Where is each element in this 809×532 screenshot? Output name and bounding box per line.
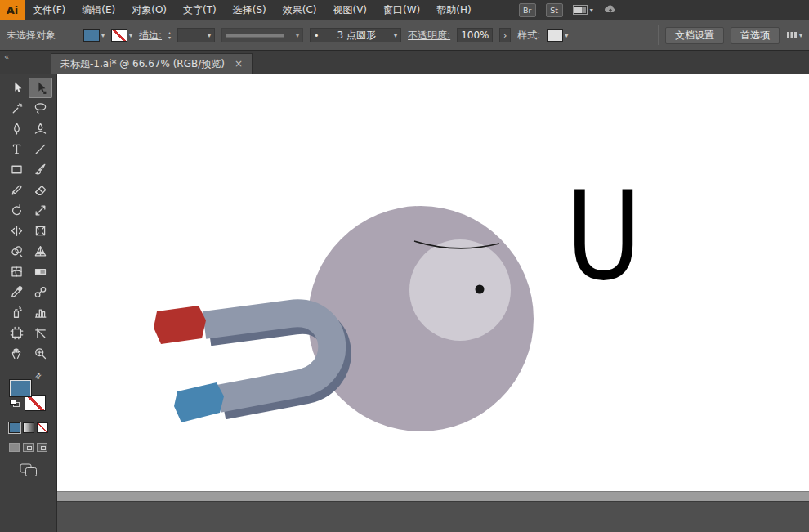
pen-tool[interactable]: [5, 118, 29, 139]
opacity-label[interactable]: 不透明度:: [408, 29, 450, 42]
menubar-right-group: Br St ▾: [519, 3, 618, 17]
none-button[interactable]: [37, 422, 48, 433]
fill-color-control[interactable]: ▾: [83, 29, 105, 42]
stroke-none-swatch[interactable]: [111, 29, 127, 42]
stock-button[interactable]: St: [546, 3, 563, 17]
zoom-tool[interactable]: [29, 343, 52, 364]
fill-swatch[interactable]: [83, 29, 100, 42]
shape-builder-tool[interactable]: [5, 241, 29, 262]
curvature-tool[interactable]: [29, 118, 52, 139]
chevron-down-icon: ▾: [394, 32, 397, 39]
control-panel: 未选择对象 ▾ ▾ 描边: ▴▾ ▾ ▾ • 3 点圆形 ▾ 不透明度: 100…: [0, 20, 809, 51]
stroke-weight-label[interactable]: 描边:: [139, 29, 162, 42]
menu-item-3[interactable]: 对象(O): [123, 0, 175, 20]
bridge-button[interactable]: Br: [519, 3, 536, 17]
eye-circle-shape[interactable]: [409, 239, 511, 341]
opacity-value: 100%: [461, 29, 489, 41]
artboard-tool[interactable]: [5, 323, 29, 343]
blend-tool[interactable]: [29, 282, 52, 302]
brush-definition-select[interactable]: • 3 点圆形 ▾: [310, 28, 401, 42]
magnet-body-shape[interactable]: [204, 313, 332, 399]
tools-panel: ⇄: [0, 74, 57, 532]
chevron-down-icon: ▾: [208, 32, 211, 39]
type-tool[interactable]: [5, 139, 29, 159]
line-segment-tool[interactable]: [29, 139, 52, 159]
menu-item-1[interactable]: 文件(F): [25, 0, 74, 20]
menu-item-4[interactable]: 文字(T): [175, 0, 225, 20]
rectangle-tool[interactable]: [5, 159, 29, 180]
stroke-swatch[interactable]: [25, 395, 46, 411]
selection-tool[interactable]: [5, 78, 29, 98]
direct-selection-tool[interactable]: [29, 78, 52, 98]
share-icon[interactable]: [603, 3, 618, 17]
menu-item-5[interactable]: 选择(S): [225, 0, 275, 20]
chevron-down-icon: ▾: [129, 32, 132, 39]
width-profile-select[interactable]: ▾: [221, 28, 303, 42]
menu-item-8[interactable]: 窗口(W): [375, 0, 428, 20]
rotate-tool[interactable]: [5, 200, 29, 221]
mesh-tool[interactable]: [5, 262, 29, 282]
artwork-canvas[interactable]: [57, 74, 809, 491]
gradient-button[interactable]: [23, 422, 34, 433]
stroke-weight-select[interactable]: ▾: [177, 28, 215, 42]
status-bar: [57, 501, 809, 532]
screen-mode-icon: [20, 463, 38, 477]
magic-wand-tool[interactable]: [5, 98, 29, 118]
style-swatch[interactable]: [547, 29, 563, 42]
default-fill-stroke-icon[interactable]: [10, 400, 20, 408]
artboard[interactable]: U: [57, 74, 809, 491]
document-tab-bar: « 未标题-1.ai* @ 66.67% (RGB/预览) ×: [0, 51, 809, 74]
drawing-modes-row: [0, 443, 56, 452]
stroke-color-control[interactable]: ▾: [111, 29, 132, 42]
stroke-weight-stepper[interactable]: ▴▾: [168, 30, 171, 40]
paintbrush-tool[interactable]: [29, 159, 52, 180]
column-graph-tool[interactable]: [29, 302, 52, 323]
brush-preview-icon: •: [314, 30, 320, 41]
stepper-down-icon[interactable]: ▾: [168, 35, 171, 40]
gradient-tool[interactable]: [29, 262, 52, 282]
menu-item-7[interactable]: 视图(V): [324, 0, 375, 20]
tool-grid: [5, 78, 52, 364]
fill-stroke-indicator[interactable]: ⇄: [8, 373, 49, 414]
menu-item-6[interactable]: 效果(C): [275, 0, 325, 20]
workspace-switcher[interactable]: ▾: [573, 5, 593, 15]
scale-tool[interactable]: [29, 200, 52, 221]
symbol-sprayer-tool[interactable]: [5, 302, 29, 323]
divider: [658, 25, 659, 45]
eraser-tool[interactable]: [29, 180, 52, 200]
draw-inside-button[interactable]: [37, 443, 47, 452]
menu-item-2[interactable]: 编辑(E): [74, 0, 123, 20]
letter-u-text[interactable]: U: [565, 175, 641, 297]
lasso-tool[interactable]: [29, 98, 52, 118]
close-tab-icon[interactable]: ×: [235, 58, 243, 69]
menu-item-9[interactable]: 帮助(H): [428, 0, 479, 20]
width-tool[interactable]: [5, 221, 29, 241]
perspective-grid-tool[interactable]: [29, 241, 52, 262]
magnet-blue-tip-shape[interactable]: [174, 382, 224, 422]
draw-behind-button[interactable]: [23, 443, 34, 452]
document-tab[interactable]: 未标题-1.ai* @ 66.67% (RGB/预览) ×: [51, 53, 253, 74]
illustrator-logo: Ai: [0, 0, 25, 20]
screen-mode-control[interactable]: [0, 463, 56, 477]
chevron-down-icon: ▾: [296, 32, 299, 39]
document-setup-button[interactable]: 文档设置: [665, 27, 724, 44]
collapse-panels-icon[interactable]: «: [0, 51, 51, 61]
align-panel-control[interactable]: ▾: [786, 30, 802, 40]
magnet-red-tip-shape[interactable]: [154, 306, 206, 344]
eyedropper-tool[interactable]: [5, 282, 29, 302]
opacity-input[interactable]: 100%: [457, 28, 493, 42]
width-profile-preview: [226, 34, 284, 38]
pupil-dot-shape[interactable]: [476, 285, 485, 294]
swap-fill-stroke-icon[interactable]: ⇄: [33, 371, 42, 381]
style-select[interactable]: ▾: [547, 29, 568, 42]
slice-tool[interactable]: [29, 323, 52, 343]
color-button[interactable]: [9, 422, 20, 433]
menu-items: 文件(F)编辑(E)对象(O)文字(T)选择(S)效果(C)视图(V)窗口(W)…: [25, 0, 480, 20]
opacity-options-button[interactable]: ›: [499, 28, 511, 42]
hand-tool[interactable]: [5, 343, 29, 364]
pencil-tool[interactable]: [5, 180, 29, 200]
fill-swatch[interactable]: [10, 380, 31, 396]
draw-normal-button[interactable]: [9, 443, 20, 452]
free-transform-tool[interactable]: [29, 221, 52, 241]
preferences-button[interactable]: 首选项: [731, 27, 780, 44]
